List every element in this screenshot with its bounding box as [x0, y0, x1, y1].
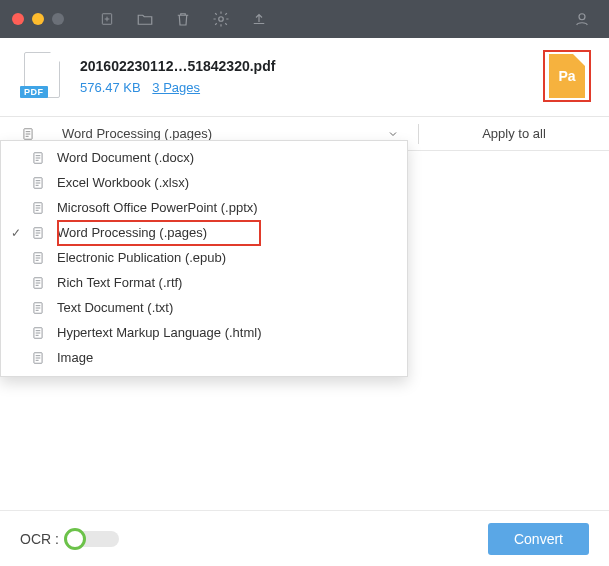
file-name: 201602230112…51842320.pdf	[80, 58, 527, 74]
dropdown-item[interactable]: Image	[1, 345, 407, 370]
target-format-badge: Pa	[558, 68, 575, 84]
file-type-icon	[29, 350, 47, 366]
check-icon: ✓	[9, 226, 23, 240]
dropdown-item-label: Word Processing (.pages)	[53, 225, 207, 240]
add-file-icon[interactable]	[98, 10, 116, 28]
file-type-icon	[29, 275, 47, 291]
dropdown-item-label: Word Document (.docx)	[53, 150, 194, 165]
titlebar	[0, 0, 609, 38]
dropdown-item-label: Microsoft Office PowerPoint (.pptx)	[53, 200, 258, 215]
dropdown-item[interactable]: Text Document (.txt)	[1, 295, 407, 320]
format-dropdown: Word Document (.docx)Excel Workbook (.xl…	[0, 140, 408, 377]
dropdown-item-label: Excel Workbook (.xlsx)	[53, 175, 189, 190]
target-format-icon[interactable]: Pa	[543, 50, 591, 102]
file-type-icon	[29, 175, 47, 191]
dropdown-item[interactable]: Microsoft Office PowerPoint (.pptx)	[1, 195, 407, 220]
minimize-window[interactable]	[32, 13, 44, 25]
file-type-icon	[29, 325, 47, 341]
dropdown-item-label: Text Document (.txt)	[53, 300, 173, 315]
support-icon[interactable]	[573, 10, 591, 28]
pages-link[interactable]: 3 Pages	[152, 80, 200, 95]
file-type-icon	[29, 150, 47, 166]
dropdown-item[interactable]: Hypertext Markup Language (.html)	[1, 320, 407, 345]
dropdown-item[interactable]: Word Document (.docx)	[1, 145, 407, 170]
chevron-down-icon[interactable]	[374, 128, 418, 140]
svg-point-4	[579, 14, 585, 20]
format-dropdown-trigger[interactable]: Word Processing (.pages)	[56, 126, 374, 141]
file-row: PDF 201602230112…51842320.pdf 576.47 KB …	[0, 38, 609, 117]
zoom-window[interactable]	[52, 13, 64, 25]
dropdown-item-label: Electronic Publication (.epub)	[53, 250, 226, 265]
footer: OCR : Convert	[0, 510, 609, 566]
ocr-label: OCR :	[20, 531, 59, 547]
folder-icon[interactable]	[136, 10, 154, 28]
file-type-icon	[29, 250, 47, 266]
dropdown-item[interactable]: Rich Text Format (.rtf)	[1, 270, 407, 295]
close-window[interactable]	[12, 13, 24, 25]
dropdown-item-label: Image	[53, 350, 93, 365]
gear-icon[interactable]	[212, 10, 230, 28]
dropdown-item[interactable]: ✓Word Processing (.pages)	[1, 220, 407, 245]
upload-icon[interactable]	[250, 10, 268, 28]
trash-icon[interactable]	[174, 10, 192, 28]
window-controls	[12, 13, 64, 25]
apply-to-all-button[interactable]: Apply to all	[419, 126, 609, 141]
pdf-badge: PDF	[20, 86, 48, 98]
file-type-icon	[29, 300, 47, 316]
convert-button[interactable]: Convert	[488, 523, 589, 555]
dropdown-item-label: Hypertext Markup Language (.html)	[53, 325, 261, 340]
dropdown-item-label: Rich Text Format (.rtf)	[53, 275, 182, 290]
svg-point-3	[219, 17, 224, 22]
toggle-knob	[64, 528, 86, 550]
file-type-icon	[29, 200, 47, 216]
file-type-icon	[29, 225, 47, 241]
ocr-toggle[interactable]	[65, 531, 119, 547]
dropdown-item[interactable]: Excel Workbook (.xlsx)	[1, 170, 407, 195]
pdf-file-icon: PDF	[24, 52, 64, 100]
file-size: 576.47 KB	[80, 80, 141, 95]
dropdown-item[interactable]: Electronic Publication (.epub)	[1, 245, 407, 270]
